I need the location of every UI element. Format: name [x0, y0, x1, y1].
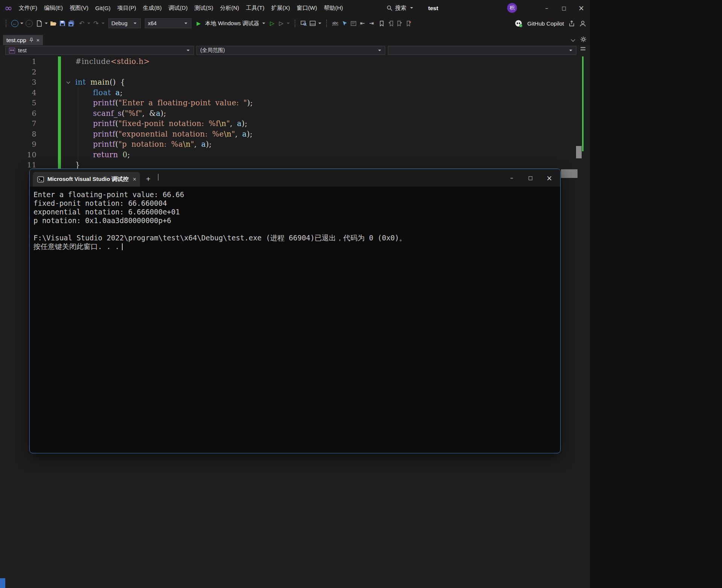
- solution-platform-dropdown[interactable]: x64: [145, 18, 192, 28]
- console-line: p notation: 0x1.0aa3d80000000p+6: [33, 216, 560, 225]
- share-icon[interactable]: [568, 20, 575, 27]
- find-in-files-button[interactable]: [299, 18, 308, 28]
- console-tab-title: Microsoft Visual Studio 调试控制台: [47, 176, 129, 183]
- type-scope-dropdown[interactable]: (全局范围): [196, 46, 385, 55]
- toolbar-grip[interactable]: [6, 20, 6, 27]
- maximize-button[interactable]: [555, 0, 573, 16]
- line-annotation-button[interactable]: [349, 18, 358, 28]
- navigate-back-button[interactable]: [10, 18, 19, 28]
- window-layout-caret-icon[interactable]: [318, 23, 321, 24]
- undo-button[interactable]: [77, 18, 86, 28]
- menu-item[interactable]: Git(G): [92, 0, 114, 16]
- toolbar-grip[interactable]: [295, 20, 295, 27]
- start-debugging-button[interactable]: 本地 Windows 调试器: [194, 18, 266, 28]
- console-tab-close-icon[interactable]: [133, 176, 136, 183]
- tab-close-icon[interactable]: [36, 37, 40, 43]
- open-file-button[interactable]: [49, 18, 58, 28]
- type-scope-caret-icon: [378, 50, 381, 51]
- console-tab-dropdown-icon[interactable]: [158, 174, 158, 181]
- toggle-bookmark-button[interactable]: [377, 18, 386, 28]
- new-console-tab-icon[interactable]: [146, 175, 150, 183]
- console-maximize-button[interactable]: [521, 169, 540, 187]
- console-minimize-button[interactable]: [502, 169, 521, 187]
- menu-item[interactable]: 编辑(E): [41, 0, 66, 16]
- github-copilot-icon[interactable]: [515, 20, 523, 27]
- line-number: 8: [0, 129, 36, 140]
- undo-caret-icon[interactable]: [87, 23, 90, 24]
- menu-item[interactable]: 调试(D): [165, 0, 191, 16]
- pin-icon[interactable]: [29, 38, 33, 43]
- toolbar-grip[interactable]: [326, 20, 327, 27]
- menu-item[interactable]: 生成(B): [140, 0, 165, 16]
- console-line: [33, 225, 560, 234]
- menu-item[interactable]: 工具(T): [242, 0, 268, 16]
- account-badge[interactable]: 积: [507, 3, 517, 13]
- start-without-debugging-button[interactable]: [268, 18, 277, 28]
- github-copilot-label[interactable]: GitHub Copilot: [527, 20, 564, 27]
- close-button[interactable]: [573, 0, 590, 16]
- clear-bookmarks-button[interactable]: [404, 18, 413, 28]
- attach-caret-icon[interactable]: [287, 23, 290, 24]
- console-tab[interactable]: Microsoft Visual Studio 调试控制台: [33, 172, 140, 187]
- save-all-button[interactable]: [67, 18, 76, 28]
- minimize-button[interactable]: [538, 0, 555, 16]
- attach-to-process-button[interactable]: [277, 18, 286, 28]
- account-options-icon[interactable]: [579, 20, 586, 27]
- menu-item[interactable]: 文件(F): [15, 0, 41, 16]
- navigate-forward-button[interactable]: [24, 18, 33, 28]
- outline-margin[interactable]: [61, 119, 75, 129]
- outline-margin[interactable]: [61, 139, 75, 150]
- code-text[interactable]: printf("fixed-ponit notation: %f\n", a);: [75, 119, 248, 129]
- outline-margin[interactable]: [61, 150, 75, 160]
- outline-margin[interactable]: [61, 98, 75, 108]
- code-text[interactable]: printf("p notation: %a\n", a);: [75, 139, 212, 150]
- navigate-back-caret-icon[interactable]: [20, 23, 23, 24]
- outline-margin[interactable]: [61, 88, 75, 98]
- code-text[interactable]: float a;: [75, 88, 123, 98]
- save-button[interactable]: [58, 18, 67, 28]
- outline-margin[interactable]: [61, 108, 75, 119]
- redo-button[interactable]: [91, 18, 100, 28]
- document-tab-test-cpp[interactable]: test.cpp: [3, 35, 43, 45]
- code-text[interactable]: printf("exponential notation: %e\n", a);: [75, 129, 252, 140]
- visual-studio-logo-icon: [5, 3, 12, 13]
- code-text[interactable]: #include<stdio.h>: [75, 56, 150, 67]
- console-output[interactable]: Enter a floating-point value: 66.66fixed…: [30, 187, 560, 251]
- editor-split-handle-icon[interactable]: [581, 47, 585, 51]
- new-file-caret-icon[interactable]: [45, 23, 48, 24]
- code-area[interactable]: 1#include<stdio.h>23int main() {4 float …: [0, 56, 590, 170]
- next-bookmark-button[interactable]: [395, 18, 404, 28]
- decrease-indent-button[interactable]: [358, 18, 367, 28]
- menu-item[interactable]: 项目(P): [114, 0, 140, 16]
- new-file-button[interactable]: [35, 18, 44, 28]
- code-text[interactable]: return 0;: [75, 150, 130, 160]
- debug-target-caret-icon[interactable]: [262, 23, 265, 24]
- search-box[interactable]: 搜索: [387, 0, 414, 16]
- increase-indent-button[interactable]: [367, 18, 376, 28]
- menu-item[interactable]: 扩展(X): [268, 0, 293, 16]
- intellisense-cursor-button[interactable]: [340, 18, 349, 28]
- collapse-chevron-icon[interactable]: [66, 80, 70, 84]
- outline-margin[interactable]: [61, 67, 75, 77]
- document-list-chevron-icon[interactable]: [571, 37, 575, 41]
- member-scope-dropdown[interactable]: [388, 46, 576, 55]
- code-text[interactable]: int main() {: [75, 77, 125, 88]
- project-scope-dropdown[interactable]: test: [5, 46, 194, 55]
- toggle-whitespace-button[interactable]: [331, 18, 340, 28]
- menu-item[interactable]: 窗口(W): [293, 0, 321, 16]
- redo-caret-icon[interactable]: [102, 23, 105, 24]
- document-well-gear-icon[interactable]: [581, 36, 586, 42]
- console-close-button[interactable]: [540, 169, 559, 187]
- code-text[interactable]: printf("Enter a floating-point value: ")…: [75, 98, 253, 108]
- menu-item[interactable]: 帮助(H): [321, 0, 347, 16]
- outline-margin[interactable]: [61, 56, 75, 67]
- menu-item[interactable]: 视图(V): [66, 0, 92, 16]
- previous-bookmark-button[interactable]: [386, 18, 395, 28]
- code-text[interactable]: scanf_s("%f", &a);: [75, 108, 166, 119]
- menu-item[interactable]: 分析(N): [217, 0, 243, 16]
- window-layout-button[interactable]: [308, 18, 317, 28]
- outline-margin[interactable]: [61, 77, 75, 88]
- solution-configuration-dropdown[interactable]: Debug: [108, 18, 141, 28]
- menu-item[interactable]: 测试(S): [191, 0, 217, 16]
- outline-margin[interactable]: [61, 129, 75, 140]
